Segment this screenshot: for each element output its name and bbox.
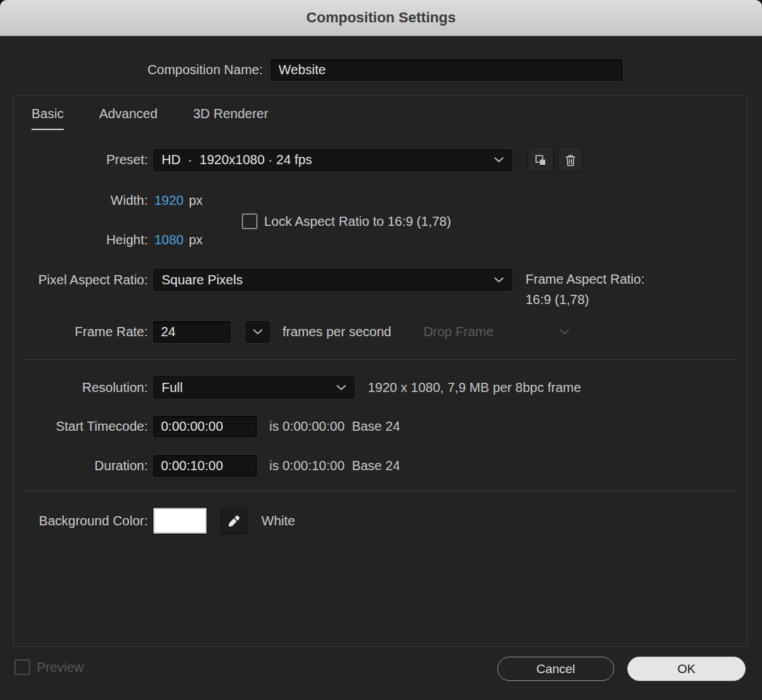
frame-aspect-ratio-label: Frame Aspect Ratio: xyxy=(526,269,644,290)
pixel-aspect-ratio-label: Pixel Aspect Ratio: xyxy=(0,273,148,288)
eyedropper-icon xyxy=(227,514,241,528)
width-value[interactable]: 1920 xyxy=(154,193,184,208)
pixel-aspect-ratio-value: Square Pixels xyxy=(162,273,242,288)
start-timecode-info: is 0:00:00:00 Base 24 xyxy=(269,419,400,434)
start-timecode-label: Start Timecode: xyxy=(0,419,148,434)
settings-panel xyxy=(13,95,748,647)
resolution-row: Resolution: Full 1920 x 1080, 7,9 MB per… xyxy=(0,376,762,399)
dialog-titlebar[interactable]: Composition Settings xyxy=(0,0,762,36)
background-color-row: Background Color: White xyxy=(0,508,762,534)
delete-preset-button[interactable] xyxy=(557,148,583,172)
preset-dropdown[interactable]: HD · 1920x1080 · 24 fps xyxy=(153,149,512,171)
chevron-down-icon xyxy=(336,385,346,391)
composition-settings-dialog: Composition Settings Composition Name: B… xyxy=(0,0,762,700)
resolution-label: Resolution: xyxy=(0,380,148,395)
frame-rate-unit: frames per second xyxy=(282,324,392,339)
drop-frame-value: Drop Frame xyxy=(424,324,494,339)
trash-icon xyxy=(564,154,577,167)
ok-button[interactable]: OK xyxy=(627,657,746,681)
drop-frame-dropdown: Drop Frame xyxy=(424,324,570,339)
frame-rate-input[interactable] xyxy=(153,321,231,343)
pixel-aspect-ratio-dropdown[interactable]: Square Pixels xyxy=(153,269,512,291)
save-preset-icon xyxy=(534,154,547,167)
height-unit: px xyxy=(189,232,203,248)
resolution-dropdown[interactable]: Full xyxy=(153,376,355,399)
frame-aspect-ratio: Frame Aspect Ratio: 16:9 (1,78) xyxy=(526,269,644,310)
frame-rate-label: Frame Rate: xyxy=(0,324,148,339)
frame-rate-row: Frame Rate: frames per second Drop Frame xyxy=(0,321,762,343)
composition-name-label: Composition Name: xyxy=(0,62,263,77)
height-value[interactable]: 1080 xyxy=(154,232,184,248)
start-timecode-row: Start Timecode: is 0:00:00:00 Base 24 xyxy=(0,416,762,437)
chevron-down-icon xyxy=(253,329,263,335)
chevron-down-icon xyxy=(494,157,504,163)
cancel-button[interactable]: Cancel xyxy=(497,657,614,681)
height-row: Height: 1080 px xyxy=(0,232,762,248)
frame-rate-dropdown-button[interactable] xyxy=(246,321,270,343)
width-row: Width: 1920 px xyxy=(0,193,762,208)
height-label: Height: xyxy=(0,232,148,248)
composition-name-row: Composition Name: xyxy=(0,59,762,81)
preview-label: Preview xyxy=(37,660,83,675)
duration-info: is 0:00:10:00 Base 24 xyxy=(269,458,400,473)
chevron-down-icon xyxy=(560,329,570,335)
tab-bar: Basic Advanced 3D Renderer xyxy=(32,106,268,130)
eyedropper-button[interactable] xyxy=(221,508,247,534)
divider xyxy=(24,491,738,491)
background-color-swatch[interactable] xyxy=(153,508,207,534)
tab-advanced[interactable]: Advanced xyxy=(99,106,158,130)
duration-input[interactable] xyxy=(153,455,257,477)
preset-row: Preset: HD · 1920x1080 · 24 fps xyxy=(0,148,762,172)
lock-aspect-checkbox[interactable] xyxy=(242,213,258,229)
divider xyxy=(24,359,738,360)
start-timecode-input[interactable] xyxy=(153,416,257,437)
dialog-title: Composition Settings xyxy=(306,9,455,26)
lock-aspect-row: Lock Aspect Ratio to 16:9 (1,78) xyxy=(242,213,451,229)
tab-3d-renderer[interactable]: 3D Renderer xyxy=(193,106,269,130)
save-preset-button[interactable] xyxy=(527,148,554,172)
width-label: Width: xyxy=(0,193,148,208)
preset-value: HD · 1920x1080 · 24 fps xyxy=(162,152,312,167)
chevron-down-icon xyxy=(494,277,504,283)
background-color-label: Background Color: xyxy=(0,514,148,529)
background-color-name: White xyxy=(261,514,295,529)
preset-label: Preset: xyxy=(0,152,148,167)
duration-label: Duration: xyxy=(0,458,148,473)
preview-row: Preview xyxy=(14,659,83,675)
lock-aspect-label: Lock Aspect Ratio to 16:9 (1,78) xyxy=(264,214,451,229)
preview-checkbox xyxy=(14,659,30,675)
resolution-info: 1920 x 1080, 7,9 MB per 8bpc frame xyxy=(368,380,581,395)
width-unit: px xyxy=(189,193,203,208)
tab-basic[interactable]: Basic xyxy=(32,106,64,130)
pixel-aspect-ratio-row: Pixel Aspect Ratio: Square Pixels xyxy=(0,269,762,291)
frame-aspect-ratio-value: 16:9 (1,78) xyxy=(526,290,644,310)
resolution-value: Full xyxy=(162,380,183,395)
duration-row: Duration: is 0:00:10:00 Base 24 xyxy=(0,455,762,477)
composition-name-input[interactable] xyxy=(271,59,623,81)
